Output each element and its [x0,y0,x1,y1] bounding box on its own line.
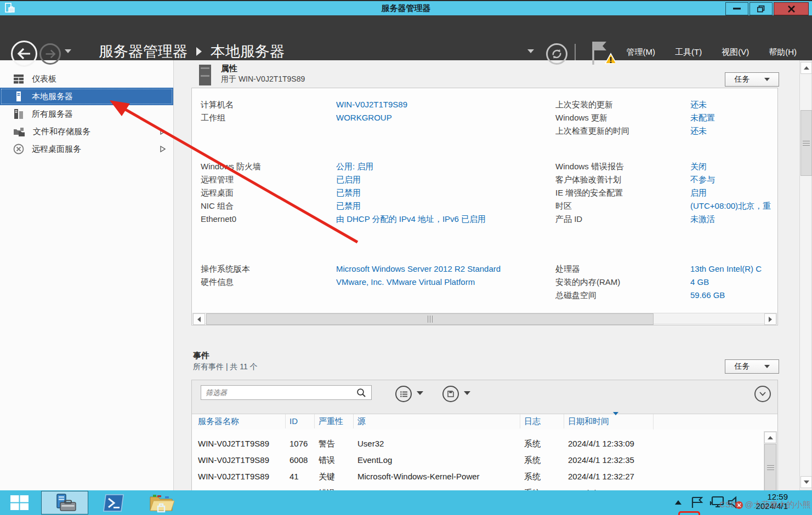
tray-show-hidden-icons[interactable] [673,498,683,507]
property-value-link[interactable]: 已禁用 [336,201,550,211]
scroll-up-button[interactable] [800,62,812,74]
property-label: 产品 ID [555,214,582,225]
property-value-link[interactable]: 不参与 [690,175,776,185]
cell-severity: 警告 [319,439,353,449]
events-tasks-button[interactable]: 任务 [725,359,779,374]
sidebar-item-label: 仪表板 [32,74,56,84]
all-servers-icon [13,108,24,119]
expand-arrow-icon[interactable] [160,146,166,152]
menu-tools[interactable]: 工具(T) [675,47,702,58]
minimize-button[interactable] [725,2,748,15]
cell-source: Microsoft-Windows-Kernel-Power [357,472,516,481]
taskbar-powershell[interactable] [100,493,127,513]
property-label: 硬件信息 [201,277,234,288]
property-value-link[interactable]: WORKGROUP [336,113,550,122]
column-header-id[interactable]: ID [289,416,298,426]
column-header-source[interactable]: 源 [357,416,366,427]
scroll-left-button[interactable] [193,313,205,325]
scope-dropdown-caret[interactable] [527,49,534,53]
file-storage-icon [13,126,25,137]
scroll-handle[interactable] [206,313,654,325]
flag-icon [691,496,704,509]
properties-hscrollbar[interactable] [192,313,777,324]
scroll-handle[interactable] [800,110,812,176]
scroll-handle[interactable] [764,444,776,490]
property-label: 计算机名 [201,100,234,110]
cell-id: 1076 [289,439,315,448]
sidebar-item-local-server[interactable]: 本地服务器 [0,88,173,105]
properties-tasks-button[interactable]: 任务 [725,72,779,87]
property-value: VMware, Inc. VMware Virtual Platform [336,277,555,287]
menu-view[interactable]: 视图(V) [722,47,749,58]
scroll-down-button[interactable] [800,476,812,488]
expand-arrow-icon[interactable] [160,128,166,135]
search-icon[interactable] [356,388,366,398]
property-value-link[interactable]: (UTC+08:00)北京，重 [690,201,776,211]
sidebar: 仪表板 本地服务器 所有服务器 文件和存储服务 [0,60,174,490]
property-label: 安装的内存(RAM) [555,277,620,288]
property-value-link[interactable]: 还未 [690,100,776,110]
close-button[interactable] [774,2,809,15]
property-value-link[interactable]: 已启用 [336,175,550,185]
column-header-datetime[interactable]: 日期和时间 [568,416,609,427]
cell-source: User32 [357,439,516,448]
taskbar-server-manager[interactable] [41,491,88,514]
property-value: Microsoft Windows Server 2012 R2 Standar… [336,264,555,273]
property-label: Ethernet0 [201,214,236,224]
property-value-link[interactable]: 启用 [690,188,776,198]
back-button[interactable] [11,41,37,67]
property-label: Windows 更新 [555,113,607,123]
properties-subtitle: 用于 WIN-V0J2T1T9S89 [221,75,305,84]
property-value-link[interactable]: 关闭 [690,162,776,172]
breadcrumb-root[interactable]: 服务器管理器 [99,42,188,61]
sidebar-item-remote-desktop[interactable]: 远程桌面服务 [0,140,173,158]
property-value-link[interactable]: WIN-V0J2T1T9S89 [336,100,550,109]
cell-server: WIN-V0J2T1T9S89 [198,472,285,481]
menu-help[interactable]: 帮助(H) [769,47,797,58]
menu-manage[interactable]: 管理(M) [627,47,656,58]
notifications-flag-button[interactable] [590,39,615,68]
filter-criteria-button[interactable] [395,386,412,402]
history-dropdown-caret[interactable] [65,49,71,53]
refresh-button[interactable] [546,43,567,65]
restore-button[interactable] [749,2,773,15]
sidebar-item-all-servers[interactable]: 所有服务器 [0,105,173,123]
taskbar-file-explorer[interactable] [147,493,175,513]
sidebar-item-dashboard[interactable]: 仪表板 [0,70,173,88]
column-header-server[interactable]: 服务器名称 [198,416,239,427]
scroll-right-button[interactable] [764,313,776,325]
scroll-up-button[interactable] [764,432,776,443]
tasks-caret-icon [764,365,770,368]
column-header-severity[interactable]: 严重性 [319,416,343,427]
property-value-link[interactable]: 未激活 [690,214,776,225]
save-query-caret[interactable] [464,391,470,395]
property-value-link[interactable]: 已禁用 [336,188,550,198]
events-table-header [192,414,777,430]
filter-criteria-caret[interactable] [417,391,423,395]
csdn-watermark: CSDN @大蒜瘾大的小熊 [719,500,811,510]
property-value-link[interactable]: 公用: 启用 [336,162,550,172]
events-vscrollbar[interactable] [764,431,777,490]
sidebar-item-label: 文件和存储服务 [33,127,90,137]
property-label: 远程管理 [201,175,234,185]
property-label: 处理器 [555,264,580,274]
server-manager-taskbar-icon [53,494,77,512]
main-vscrollbar[interactable] [799,60,812,490]
property-value-link[interactable]: 还未 [690,126,776,136]
property-value-link[interactable]: 由 DHCP 分配的 IPv4 地址，IPv6 已启用 [336,214,550,225]
save-query-button[interactable] [442,386,459,402]
collapse-events-button[interactable] [754,386,771,402]
cell-id: 6008 [289,455,315,465]
property-value-link[interactable]: 未配置 [690,113,776,123]
dashboard-icon [13,74,24,84]
windows-logo-icon [10,495,29,511]
properties-panel: 计算机名 WIN-V0J2T1T9S89 工作组 WORKGROUP 上次安装的… [191,88,778,325]
tasks-button-label: 任务 [735,362,750,371]
sidebar-item-file-storage[interactable]: 文件和存储服务 [0,123,173,140]
forward-button[interactable] [39,43,61,65]
column-header-log[interactable]: 日志 [524,416,541,427]
tray-action-center-flag[interactable] [690,495,705,510]
property-label: 工作组 [201,113,225,123]
start-button[interactable] [7,494,33,512]
events-filter-input[interactable] [201,385,372,400]
